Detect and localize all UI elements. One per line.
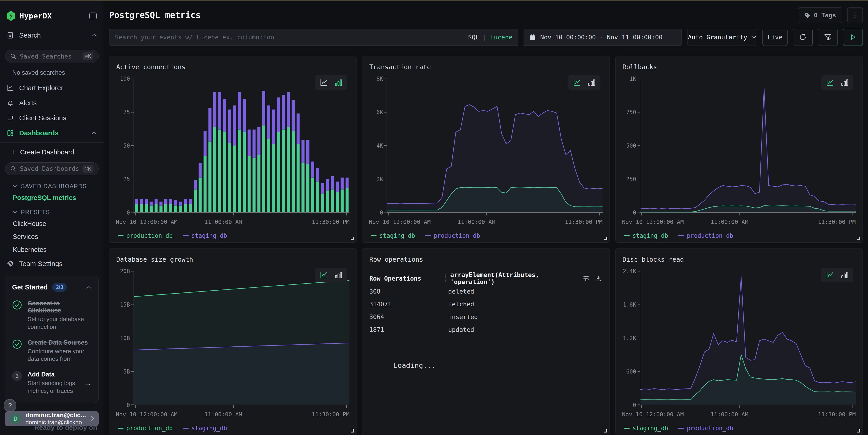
bar-chart-toggle-icon[interactable] [841,271,849,279]
sidebar-item-dashboards[interactable]: Dashboards [0,126,104,140]
dashboard-menu-button[interactable]: ⋮ [847,7,863,23]
get-started-step-3[interactable]: 3 Add Data Start sending logs, metrics, … [12,371,92,395]
column-divider [445,274,446,282]
legend: production_dbstaging_db [118,232,227,239]
column-header: arrayElement(Attributes, 'operation') [450,271,582,286]
legend: staging_dbproduction_db [371,232,480,239]
y-tick-label: 25 [123,176,130,182]
saved-dashboards-input[interactable] [20,165,79,172]
download-icon[interactable] [595,275,602,282]
table-row: 308deleted [369,285,601,298]
line-chart-toggle-icon[interactable] [319,78,329,87]
create-dashboard-button[interactable]: Create Dashboard [0,144,104,159]
y-tick-label: 15B [120,302,130,308]
step-desc: Start sending logs, metrics, or traces [28,379,79,395]
bar-chart-toggle-icon[interactable] [334,78,343,87]
saved-searches-input[interactable] [20,53,79,60]
legend-item[interactable]: production_db [425,232,480,239]
panel-title: Active connections [116,63,185,71]
dashboards-grid-icon [7,130,14,136]
y-tick-label: 2K [376,176,383,182]
saved-dashboard-postgresql-metrics[interactable]: PostgreSQL metrics [0,191,104,204]
legend-item[interactable]: production_db [118,425,173,432]
legend: staging_dbproduction_db [624,232,733,239]
event-search-box[interactable]: SQL | Lucene [109,29,518,46]
panel-resize-handle[interactable] [604,237,607,240]
sidebar-item-team-settings[interactable]: Team Settings [0,256,104,271]
preset-clickhouse[interactable]: ClickHouse [0,217,104,230]
line-chart-toggle-icon[interactable] [826,78,835,87]
time-range-value: Nov 10 00:00:00 - Nov 11 00:00:00 [540,34,662,41]
y-tick-label: 750 [626,109,636,115]
panel-resize-handle[interactable] [857,429,860,433]
chevron-down-icon [751,36,756,39]
saved-dashboards-search[interactable]: ⌘K [5,162,99,175]
legend-item[interactable]: production_db [678,232,733,239]
search-icon [10,53,16,59]
x-tick-label: 11:30:00 PM [312,411,350,418]
legend-item[interactable]: staging_db [624,425,668,432]
y-tick-label: 500 [626,142,636,149]
sidebar-item-label: Chart Explorer [19,84,63,92]
preset-kubernetes[interactable]: Kubernetes [0,243,104,256]
no-saved-searches-text: No saved searches [0,66,104,80]
chevron-right-icon [91,416,94,422]
y-axis: 02505007501K [622,79,640,213]
sidebar-item-alerts[interactable]: Alerts [0,95,104,110]
filter-edit-icon [824,33,832,41]
y-tick-label: 1.8K [623,302,636,308]
x-tick-label: 11:00:00 AM [205,219,242,225]
bar-chart-toggle-icon[interactable] [334,271,343,279]
legend-item[interactable]: staging_db [183,425,227,432]
time-range-picker[interactable]: Nov 10 00:00:00 - Nov 11 00:00:00 [524,29,682,46]
legend-item[interactable]: production_db [678,425,733,432]
sidebar-item-search[interactable]: Search [0,28,104,43]
search-journal-icon [7,32,14,39]
bar-chart-toggle-icon[interactable] [841,78,849,87]
bar-chart-toggle-icon[interactable] [588,78,596,87]
legend-item[interactable]: staging_db [371,232,415,239]
panel-title: Row operations [369,256,423,263]
panel-resize-handle[interactable] [604,429,607,433]
saved-searches-search[interactable]: ⌘K [5,50,99,63]
tags-button[interactable]: 0 Tags [798,7,842,23]
plus-icon [10,149,16,155]
sidebar-item-client-sessions[interactable]: Client Sessions [0,110,104,126]
chevron-down-icon [13,211,17,214]
avatar: D [9,413,22,425]
granularity-select[interactable]: Auto Granularity [687,29,757,46]
loading-text: Loading... [393,361,436,369]
lucene-mode-toggle[interactable]: Lucene [490,34,513,41]
section-presets[interactable]: PRESETS [0,204,104,217]
wrap-text-icon[interactable] [583,275,589,282]
refresh-button[interactable] [793,29,813,46]
run-query-button[interactable] [843,29,863,46]
y-axis: 05B10B15B20B [116,271,133,405]
panel-resize-handle[interactable] [351,429,354,433]
sidebar-item-chart-explorer[interactable]: Chart Explorer [0,80,104,95]
create-dashboard-label: Create Dashboard [20,148,74,156]
legend-item[interactable]: staging_db [624,232,668,239]
user-menu[interactable]: D dominic.tran@clic... dominic.tran@clic… [5,411,99,426]
help-button[interactable]: ? [4,399,17,412]
sql-mode-toggle[interactable]: SQL [468,34,479,41]
live-button[interactable]: Live [763,29,787,46]
preset-services[interactable]: Services [0,230,104,243]
get-started-step-2[interactable]: Create Data Sources Configure where your… [12,339,92,363]
panel-resize-handle[interactable] [857,237,860,240]
line-chart-toggle-icon[interactable] [826,271,835,279]
line-chart-toggle-icon[interactable] [319,271,329,279]
get-started-step-1[interactable]: Connect to ClickHouse Set up your databa… [12,300,92,331]
legend-item[interactable]: production_db [118,232,173,239]
filter-button[interactable] [818,29,838,46]
line-chart-toggle-icon[interactable] [572,78,582,87]
legend-item[interactable]: staging_db [183,232,227,239]
y-tick-label: 4K [376,142,383,149]
page-title: PostgreSQL metrics [109,10,200,20]
event-search-input[interactable] [115,34,463,41]
brand-row: HyperDX [0,1,104,28]
chevron-up-icon[interactable] [86,286,92,289]
sidebar-collapse-icon[interactable] [89,12,97,19]
panel-resize-handle[interactable] [351,237,354,240]
section-saved-dashboards[interactable]: SAVED DASHBOARDS [0,178,104,191]
